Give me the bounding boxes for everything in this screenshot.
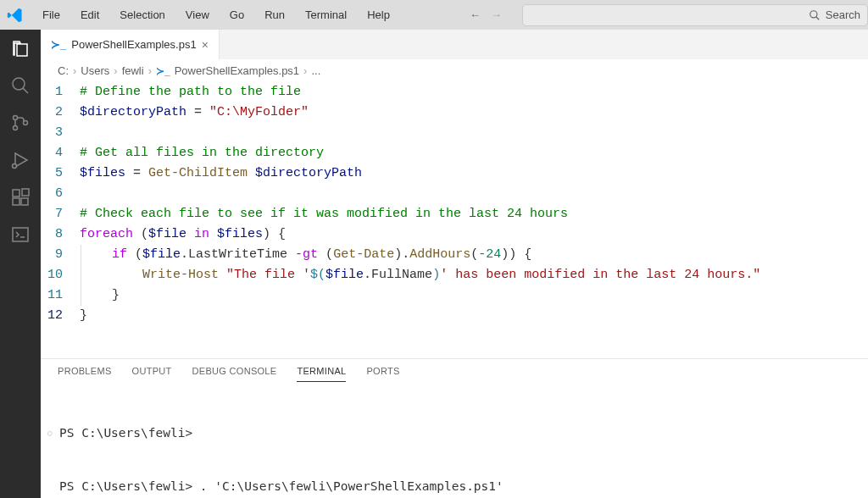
activity-bar [0, 30, 41, 498]
terminal-panel-icon[interactable] [10, 224, 31, 245]
menu-selection[interactable]: Selection [111, 5, 173, 25]
code-var: $files [217, 227, 263, 241]
nav-back-icon[interactable]: ← [470, 8, 481, 21]
code-var: $file [326, 268, 364, 282]
line-number: 6 [41, 184, 80, 204]
panel-tabs: PROBLEMS OUTPUT DEBUG CONSOLE TERMINAL P… [41, 359, 868, 382]
breadcrumb-file[interactable]: PowerShellExamples.ps1 [175, 64, 299, 77]
search-icon[interactable] [10, 75, 31, 96]
powershell-file-icon: ≻_ [156, 65, 170, 77]
tab-output[interactable]: OUTPUT [132, 366, 172, 382]
tab-bar: ≻_ PowerShellExamples.ps1 × [41, 30, 868, 59]
code-var: $file [142, 247, 181, 262]
vscode-logo-icon [7, 7, 24, 24]
code-operator: -gt [295, 247, 318, 262]
code-string: "C:\MyFolder" [209, 105, 309, 119]
svg-rect-8 [13, 190, 19, 196]
menu-go[interactable]: Go [221, 5, 253, 25]
source-control-icon[interactable] [10, 113, 31, 133]
tab-debug-console[interactable]: DEBUG CONSOLE [192, 366, 277, 382]
code-comment: # Get all files in the directory [80, 146, 324, 160]
svg-point-0 [810, 10, 817, 17]
extensions-icon[interactable] [10, 187, 31, 208]
code-cmdlet: Get-Date [333, 247, 394, 262]
run-debug-icon[interactable] [10, 150, 31, 170]
menu-view[interactable]: View [177, 5, 218, 25]
breadcrumb-users[interactable]: Users [81, 64, 109, 77]
breadcrumb-dots[interactable]: ... [311, 64, 320, 77]
code-var: $directoryPath [248, 166, 362, 180]
terminal-line: PS C:\Users\fewli> . 'C:\Users\fewli\Pow… [59, 478, 504, 495]
breadcrumb[interactable]: C:› Users› fewli› ≻_ PowerShellExamples.… [41, 59, 868, 82]
breadcrumb-c[interactable]: C: [58, 64, 69, 77]
code-var: $file [148, 227, 186, 241]
code-keyword: if [112, 247, 127, 262]
search-icon [809, 9, 821, 21]
search-placeholder: Search [826, 8, 860, 21]
bottom-panel: PROBLEMS OUTPUT DEBUG CONSOLE TERMINAL P… [41, 358, 868, 498]
menu-file[interactable]: File [34, 5, 69, 25]
line-number: 9 [41, 245, 80, 265]
line-number: 10 [41, 265, 80, 285]
code-string: "The file ' [226, 268, 310, 282]
nav-forward-icon[interactable]: → [491, 8, 502, 21]
line-number: 7 [41, 204, 80, 224]
code-number: -24 [478, 247, 501, 262]
main: ≻_ PowerShellExamples.ps1 × C:› Users› f… [0, 30, 868, 498]
title-bar: File Edit Selection View Go Run Terminal… [0, 0, 868, 30]
code-keyword: foreach [80, 227, 133, 241]
menu-terminal[interactable]: Terminal [297, 5, 355, 25]
menu-edit[interactable]: Edit [72, 5, 108, 25]
breadcrumb-fewli[interactable]: fewli [122, 64, 144, 77]
terminal-content[interactable]: ○PS C:\Users\fewli> PS C:\Users\fewli> .… [41, 382, 868, 498]
tab-ports[interactable]: PORTS [366, 366, 399, 382]
svg-point-5 [14, 126, 18, 130]
close-icon[interactable]: × [202, 38, 209, 52]
svg-point-6 [24, 121, 28, 125]
tab-terminal[interactable]: TERMINAL [297, 366, 346, 382]
line-number: 8 [41, 224, 80, 245]
menu-run[interactable]: Run [256, 5, 293, 25]
svg-point-4 [14, 116, 18, 120]
line-number: 3 [41, 123, 80, 143]
svg-point-2 [13, 78, 25, 90]
tab-problems[interactable]: PROBLEMS [58, 366, 112, 382]
svg-line-3 [23, 88, 28, 93]
terminal-marker-icon: ○ [47, 424, 59, 442]
line-number: 4 [41, 143, 80, 163]
code-string: ' has been modified in the last 24 hours… [440, 268, 760, 282]
tab-powershell-examples[interactable]: ≻_ PowerShellExamples.ps1 × [41, 30, 220, 59]
explorer-icon[interactable] [10, 38, 31, 58]
code-editor[interactable]: 1# Define the path to the file 2$directo… [41, 82, 868, 358]
code-var: $files [80, 166, 125, 180]
svg-line-1 [816, 16, 820, 19]
nav-arrows: ← → [470, 8, 502, 21]
svg-rect-11 [22, 189, 29, 196]
terminal-line: PS C:\Users\fewli> [59, 424, 192, 442]
code-comment: # Check each file to see if it was modif… [80, 207, 568, 221]
line-number: 5 [41, 163, 80, 184]
menu-help[interactable]: Help [359, 5, 398, 25]
tab-filename: PowerShellExamples.ps1 [71, 38, 196, 51]
line-number: 12 [41, 306, 80, 326]
line-number: 1 [41, 82, 80, 102]
line-number: 11 [41, 285, 80, 306]
code-comment: # Define the path to the file [80, 85, 301, 99]
svg-rect-9 [13, 198, 19, 205]
search-input[interactable]: Search [522, 4, 868, 26]
svg-rect-12 [13, 228, 28, 241]
code-cmdlet: Get-ChildItem [148, 166, 248, 180]
svg-point-7 [13, 164, 17, 169]
code-cmdlet: Write-Host [142, 268, 219, 282]
svg-rect-10 [21, 198, 28, 205]
code-method: AddHours [409, 247, 470, 262]
code-var: $directoryPath [80, 105, 186, 119]
code-keyword: in [186, 227, 217, 241]
powershell-file-icon: ≻_ [51, 38, 66, 51]
editor-area: ≻_ PowerShellExamples.ps1 × C:› Users› f… [41, 30, 868, 498]
line-number: 2 [41, 102, 80, 123]
